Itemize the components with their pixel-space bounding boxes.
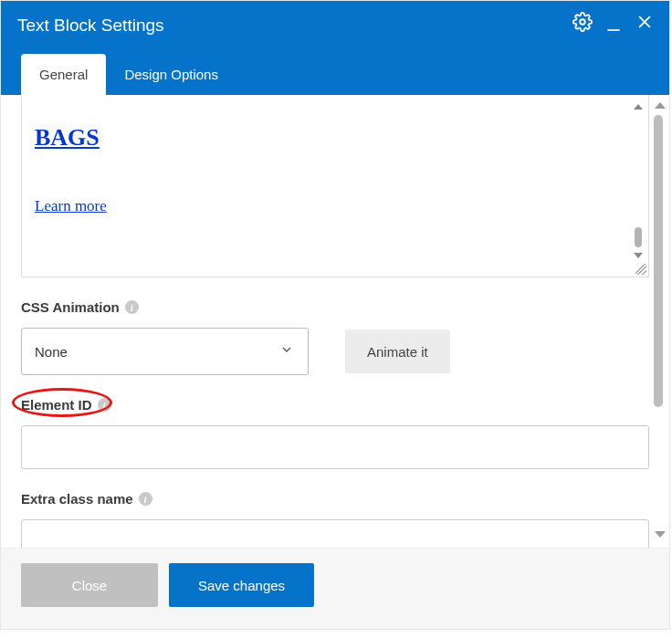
extra-class-label: Extra class name i: [21, 491, 649, 507]
css-animation-label: CSS Animation i: [21, 299, 649, 315]
panel-scrollbar[interactable]: [652, 102, 668, 538]
header-actions: [572, 12, 655, 32]
tab-general[interactable]: General: [21, 54, 106, 95]
scroll-up-icon[interactable]: [634, 104, 643, 110]
close-button[interactable]: Close: [21, 563, 158, 607]
dialog-header: Text Block Settings General Design Optio…: [1, 1, 669, 95]
scroll-up-icon[interactable]: [655, 102, 666, 109]
extra-class-field: Extra class name i: [21, 491, 649, 548]
minimize-icon[interactable]: [604, 16, 624, 36]
css-animation-row: None Animate it: [21, 328, 649, 375]
info-icon[interactable]: i: [98, 398, 111, 412]
scroll-thumb[interactable]: [654, 115, 663, 407]
scroll-thumb[interactable]: [635, 227, 642, 247]
css-animation-select[interactable]: None: [21, 328, 309, 375]
scroll-down-icon[interactable]: [634, 253, 643, 258]
editor-content[interactable]: BAGS Learn more: [35, 108, 630, 254]
tab-design-options[interactable]: Design Options: [106, 54, 236, 95]
tabs: General Design Options: [21, 54, 236, 95]
info-icon[interactable]: i: [125, 300, 139, 314]
dialog-title: Text Block Settings: [17, 12, 653, 36]
scroll-down-icon[interactable]: [655, 531, 666, 538]
dialog-body: BAGS Learn more CSS Animation i None: [1, 95, 669, 548]
info-icon[interactable]: i: [139, 492, 152, 506]
extra-class-label-text: Extra class name: [21, 491, 133, 507]
close-icon[interactable]: [635, 12, 655, 32]
dialog-footer: Close Save changes: [1, 548, 669, 629]
element-id-label: Element ID i: [21, 397, 649, 413]
gear-icon[interactable]: [572, 12, 593, 32]
css-animation-select-wrap: None: [21, 328, 309, 375]
resize-handle-icon[interactable]: [635, 264, 646, 275]
css-animation-label-text: CSS Animation: [21, 299, 120, 315]
text-editor[interactable]: BAGS Learn more: [21, 95, 649, 277]
animate-it-button[interactable]: Animate it: [345, 329, 450, 373]
save-changes-button[interactable]: Save changes: [169, 563, 314, 607]
extra-class-input[interactable]: [21, 519, 649, 548]
element-id-label-text: Element ID: [21, 397, 92, 413]
editor-heading-link[interactable]: BAGS: [35, 124, 100, 152]
element-id-field: Element ID i: [21, 397, 649, 469]
element-id-input[interactable]: [21, 425, 649, 469]
editor-learn-more-link[interactable]: Learn more: [35, 197, 107, 215]
svg-point-0: [580, 19, 585, 25]
editor-scrollbar[interactable]: [634, 104, 643, 258]
text-block-settings-dialog: Text Block Settings General Design Optio…: [0, 0, 670, 630]
